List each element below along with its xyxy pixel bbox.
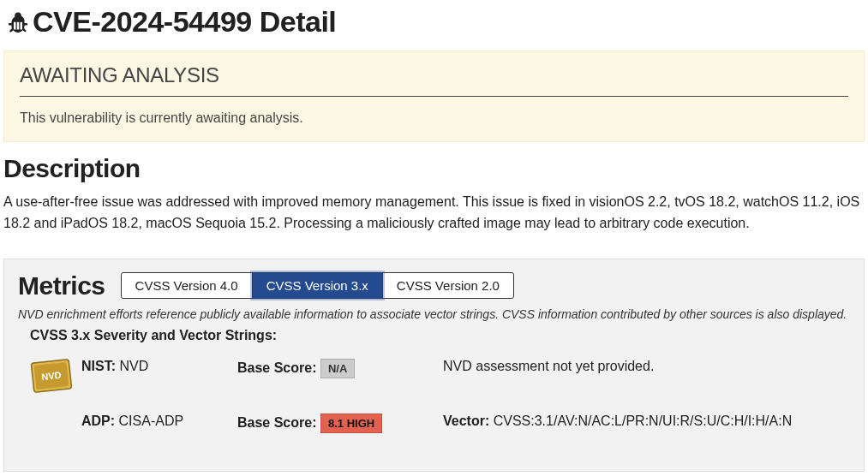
adp-source-label: ADP: [81, 414, 115, 428]
adp-source-value: CISA-ADP [119, 414, 184, 428]
score-row-nist: NVD NIST: NVD Base Score: N/A NVD assess… [30, 359, 850, 393]
adp-score: Base Score: 8.1 HIGH [237, 414, 443, 433]
alert-heading: AWAITING ANALYSIS [20, 63, 848, 97]
nist-score-badge: N/A [320, 359, 355, 378]
score-row-adp: ADP: CISA-ADP Base Score: 8.1 HIGH Vecto… [30, 414, 850, 433]
adp-vector-value: CVSS:3.1/AV:N/AC:L/PR:N/UI:R/S:U/C:H/I:H… [494, 414, 793, 428]
bug-icon [5, 9, 31, 35]
nist-source-label: NIST: [81, 359, 116, 373]
page-title: CVE-2024-54499 Detail [5, 5, 865, 39]
status-alert: AWAITING ANALYSIS This vulnerability is … [3, 51, 865, 142]
alert-body: This vulnerability is currently awaiting… [20, 110, 848, 126]
nist-vector: NVD assessment not yet provided. [443, 359, 654, 374]
nist-score-label: Base Score: [237, 360, 317, 375]
nist-vector-text: NVD assessment not yet provided. [443, 359, 654, 373]
metrics-heading: Metrics [18, 271, 105, 300]
tab-cvss-v3[interactable]: CVSS Version 3.x [252, 272, 383, 299]
adp-score-badge: 8.1 HIGH [320, 414, 382, 433]
enrichment-note: NVD enrichment efforts reference publicl… [18, 307, 850, 321]
description-text: A use-after-free issue was addressed wit… [3, 192, 865, 235]
adp-source: ADP: CISA-ADP [81, 414, 237, 429]
adp-vector: Vector: CVSS:3.1/AV:N/AC:L/PR:N/UI:R/S:U… [443, 414, 792, 429]
tab-cvss-v2[interactable]: CVSS Version 2.0 [382, 272, 514, 299]
adp-vector-label: Vector: [443, 414, 489, 428]
svg-text:NVD: NVD [41, 369, 62, 381]
nist-source-value: NVD [119, 359, 148, 373]
nist-score: Base Score: N/A [237, 359, 443, 378]
page-title-text: CVE-2024-54499 Detail [33, 5, 336, 39]
nvd-icon: NVD [30, 359, 73, 393]
nist-source: NIST: NVD [81, 359, 237, 374]
cvss-tabs: CVSS Version 4.0 CVSS Version 3.x CVSS V… [121, 272, 514, 299]
adp-score-label: Base Score: [237, 415, 317, 430]
metrics-header: Metrics CVSS Version 4.0 CVSS Version 3.… [18, 271, 850, 300]
severity-heading: CVSS 3.x Severity and Vector Strings: [30, 328, 850, 343]
description-heading: Description [3, 154, 865, 183]
tab-cvss-v4[interactable]: CVSS Version 4.0 [121, 272, 253, 299]
metrics-panel: Metrics CVSS Version 4.0 CVSS Version 3.… [3, 259, 865, 472]
